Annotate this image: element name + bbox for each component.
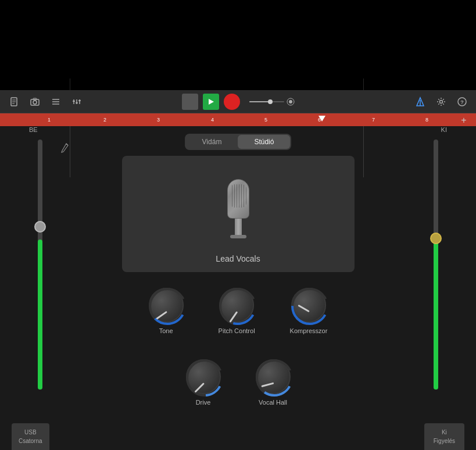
bottom-left-panel: USB Csatorna <box>12 423 49 450</box>
metronome-icon[interactable] <box>412 94 428 110</box>
tab-stúdió[interactable]: Stúdió <box>238 135 290 149</box>
bottom-figyelés-label: Figyelés <box>434 437 455 445</box>
svg-point-5 <box>33 101 37 104</box>
record-button[interactable] <box>224 94 240 110</box>
help-icon[interactable]: ? <box>454 94 470 110</box>
bottom-device-label: USB <box>19 428 42 437</box>
toolbar: ? <box>0 90 476 113</box>
mic-head <box>227 179 249 219</box>
kompresszor-knob-arc <box>289 286 330 327</box>
left-slider-track <box>38 140 42 390</box>
pitch-control-knob[interactable] <box>219 288 254 323</box>
toolbar-left-group <box>6 94 85 110</box>
svg-marker-16 <box>209 99 214 105</box>
pitch-label: Pitch Control <box>219 327 255 334</box>
tone-knob[interactable] <box>149 288 184 323</box>
settings-icon[interactable] <box>433 94 449 110</box>
ki-label: KI <box>441 126 447 133</box>
knob-tone-container: Tone <box>149 288 184 334</box>
play-button[interactable] <box>203 94 219 110</box>
mic-body <box>235 217 242 235</box>
toolbar-center-group <box>182 94 295 110</box>
vocal-hall-knob[interactable] <box>256 359 291 394</box>
svg-rect-13 <box>73 101 75 102</box>
kompresszor-knob[interactable] <box>291 288 326 323</box>
tab-vidám[interactable]: Vidám <box>186 135 238 149</box>
right-slider-thumb[interactable] <box>430 233 442 244</box>
bottom-ki-label: Ki <box>434 428 455 437</box>
svg-point-21 <box>289 100 292 103</box>
knob-kompresszor-container: Kompresszor <box>290 288 328 334</box>
left-slider-thumb[interactable] <box>34 221 46 233</box>
document-icon[interactable] <box>6 94 22 110</box>
be-label: BE <box>29 126 38 133</box>
svg-rect-15 <box>78 100 81 101</box>
svg-point-24 <box>440 100 443 103</box>
knob-drive-container: Drive <box>186 359 221 406</box>
instrument-area: Lead Vocals <box>122 156 355 272</box>
left-slider-fill <box>38 240 42 390</box>
camera-icon[interactable] <box>27 94 43 110</box>
stop-button[interactable] <box>182 94 198 110</box>
pencil-icon[interactable] <box>61 142 69 155</box>
svg-text:?: ? <box>460 99 464 105</box>
svg-rect-18 <box>249 101 270 102</box>
drive-knob[interactable] <box>186 359 221 394</box>
svg-rect-14 <box>76 102 78 103</box>
right-slider-fill <box>434 240 438 390</box>
add-timeline-button[interactable]: + <box>459 115 469 126</box>
list-icon[interactable] <box>48 94 64 110</box>
bottom-channel-label: Csatorna <box>19 437 42 445</box>
instrument-name: Lead Vocals <box>216 254 260 263</box>
top-black-bar <box>0 0 476 90</box>
preset-tabs: Vidám Stúdió <box>185 134 292 150</box>
timeline[interactable]: 1 2 3 4 5 6 7 8 <box>0 113 476 126</box>
pitch-knob-arc <box>217 286 258 327</box>
knobs-row2: Drive Vocal Hall <box>186 359 291 406</box>
speaker-icon <box>287 98 295 106</box>
knob-pitch-container: Pitch Control <box>219 288 255 334</box>
mixer-icon[interactable] <box>69 94 85 110</box>
vocal-hall-knob-arc <box>254 358 295 398</box>
volume-slider[interactable] <box>249 99 284 104</box>
mic-base <box>230 235 246 238</box>
drive-label: Drive <box>196 399 211 406</box>
toolbar-right-group: ? <box>412 94 470 110</box>
microphone-icon <box>221 179 256 249</box>
tone-label: Tone <box>159 327 173 334</box>
svg-line-27 <box>66 144 68 145</box>
kompresszor-label: Kompresszor <box>290 327 328 334</box>
vocal-hall-label: Vocal Hall <box>259 399 287 406</box>
svg-point-19 <box>268 99 273 104</box>
drive-knob-arc <box>184 358 225 398</box>
tone-knob-arc <box>147 286 188 327</box>
knob-vocal-hall-container: Vocal Hall <box>256 359 291 406</box>
playhead[interactable] <box>318 113 326 126</box>
right-slider-track <box>434 140 438 390</box>
knobs-row1: Tone Pitch Control Kompresszor <box>149 288 328 334</box>
bottom-right-panel: Ki Figyelés <box>424 423 464 450</box>
